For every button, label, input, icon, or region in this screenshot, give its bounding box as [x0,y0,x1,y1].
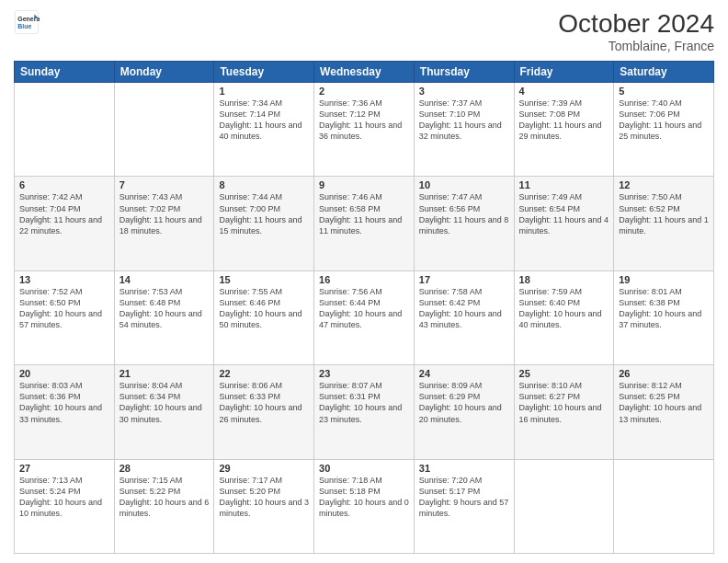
day-number: 31 [419,463,509,474]
day-cell: 29Sunrise: 7:17 AM Sunset: 5:20 PM Dayli… [214,459,314,553]
week-row-3: 13Sunrise: 7:52 AM Sunset: 6:50 PM Dayli… [15,270,714,364]
day-cell: 18Sunrise: 7:59 AM Sunset: 6:40 PM Dayli… [514,270,614,364]
day-cell [514,459,614,553]
day-info: Sunrise: 7:37 AM Sunset: 7:10 PM Dayligh… [419,98,509,143]
logo-icon: General Blue [14,9,40,35]
svg-rect-0 [15,10,38,33]
day-cell: 17Sunrise: 7:58 AM Sunset: 6:42 PM Dayli… [414,270,514,364]
page-title: October 2024 [558,9,714,39]
calendar-table: SundayMondayTuesdayWednesdayThursdayFrid… [14,61,714,554]
day-cell: 31Sunrise: 7:20 AM Sunset: 5:17 PM Dayli… [414,459,514,553]
weekday-header-sunday: Sunday [15,62,115,83]
day-info: Sunrise: 8:03 AM Sunset: 6:36 PM Dayligh… [19,380,109,425]
day-info: Sunrise: 7:53 AM Sunset: 6:48 PM Dayligh… [119,286,210,331]
day-info: Sunrise: 7:58 AM Sunset: 6:42 PM Dayligh… [419,286,509,331]
day-info: Sunrise: 7:34 AM Sunset: 7:14 PM Dayligh… [219,98,309,143]
day-number: 15 [219,274,309,285]
svg-text:Blue: Blue [17,23,31,29]
day-number: 27 [19,463,109,474]
day-info: Sunrise: 7:55 AM Sunset: 6:46 PM Dayligh… [219,286,309,331]
week-row-4: 20Sunrise: 8:03 AM Sunset: 6:36 PM Dayli… [15,365,714,459]
day-info: Sunrise: 7:52 AM Sunset: 6:50 PM Dayligh… [19,286,109,331]
day-number: 8 [219,179,309,190]
day-cell: 4Sunrise: 7:39 AM Sunset: 7:08 PM Daylig… [514,83,614,177]
day-cell: 6Sunrise: 7:42 AM Sunset: 7:04 PM Daylig… [15,177,115,270]
day-number: 1 [219,86,309,97]
day-number: 10 [419,179,509,190]
day-number: 29 [219,463,309,474]
day-info: Sunrise: 7:46 AM Sunset: 6:58 PM Dayligh… [319,191,409,236]
day-cell: 8Sunrise: 7:44 AM Sunset: 7:00 PM Daylig… [214,177,314,270]
logo: General Blue [14,9,40,35]
day-cell [114,83,214,177]
day-cell: 25Sunrise: 8:10 AM Sunset: 6:27 PM Dayli… [514,365,614,459]
day-number: 4 [519,86,609,97]
title-block: October 2024 Tomblaine, France [558,9,714,53]
day-cell: 5Sunrise: 7:40 AM Sunset: 7:06 PM Daylig… [614,83,714,177]
weekday-header-saturday: Saturday [614,62,714,83]
day-number: 30 [319,463,409,474]
day-number: 21 [119,368,210,379]
day-cell: 19Sunrise: 8:01 AM Sunset: 6:38 PM Dayli… [614,270,714,364]
day-info: Sunrise: 7:43 AM Sunset: 7:02 PM Dayligh… [119,191,210,236]
day-cell: 10Sunrise: 7:47 AM Sunset: 6:56 PM Dayli… [414,177,514,270]
day-number: 9 [319,179,409,190]
day-number: 14 [119,274,210,285]
day-number: 6 [19,179,109,190]
day-number: 3 [419,86,509,97]
week-row-2: 6Sunrise: 7:42 AM Sunset: 7:04 PM Daylig… [15,177,714,270]
day-info: Sunrise: 7:42 AM Sunset: 7:04 PM Dayligh… [19,191,109,236]
day-info: Sunrise: 8:09 AM Sunset: 6:29 PM Dayligh… [419,380,509,425]
day-number: 5 [619,86,709,97]
page: General Blue October 2024 Tomblaine, Fra… [0,0,728,563]
day-info: Sunrise: 7:56 AM Sunset: 6:44 PM Dayligh… [319,286,409,331]
day-cell: 22Sunrise: 8:06 AM Sunset: 6:33 PM Dayli… [214,365,314,459]
day-cell: 16Sunrise: 7:56 AM Sunset: 6:44 PM Dayli… [314,270,415,364]
day-info: Sunrise: 7:36 AM Sunset: 7:12 PM Dayligh… [319,98,409,143]
day-cell: 24Sunrise: 8:09 AM Sunset: 6:29 PM Dayli… [414,365,514,459]
day-number: 12 [619,179,709,190]
day-info: Sunrise: 8:10 AM Sunset: 6:27 PM Dayligh… [519,380,609,425]
day-number: 19 [619,274,709,285]
day-cell: 14Sunrise: 7:53 AM Sunset: 6:48 PM Dayli… [114,270,214,364]
day-info: Sunrise: 7:15 AM Sunset: 5:22 PM Dayligh… [119,475,210,520]
day-info: Sunrise: 8:07 AM Sunset: 6:31 PM Dayligh… [319,380,409,425]
day-cell: 28Sunrise: 7:15 AM Sunset: 5:22 PM Dayli… [114,459,214,553]
day-cell: 13Sunrise: 7:52 AM Sunset: 6:50 PM Dayli… [15,270,115,364]
day-cell: 30Sunrise: 7:18 AM Sunset: 5:18 PM Dayli… [314,459,415,553]
day-cell: 11Sunrise: 7:49 AM Sunset: 6:54 PM Dayli… [514,177,614,270]
day-info: Sunrise: 7:40 AM Sunset: 7:06 PM Dayligh… [619,98,709,143]
day-cell: 20Sunrise: 8:03 AM Sunset: 6:36 PM Dayli… [15,365,115,459]
day-cell: 23Sunrise: 8:07 AM Sunset: 6:31 PM Dayli… [314,365,415,459]
day-info: Sunrise: 7:49 AM Sunset: 6:54 PM Dayligh… [519,191,609,236]
day-cell: 3Sunrise: 7:37 AM Sunset: 7:10 PM Daylig… [414,83,514,177]
day-cell: 21Sunrise: 8:04 AM Sunset: 6:34 PM Dayli… [114,365,214,459]
weekday-header-monday: Monday [114,62,214,83]
day-number: 11 [519,179,609,190]
day-number: 13 [19,274,109,285]
week-row-1: 1Sunrise: 7:34 AM Sunset: 7:14 PM Daylig… [15,83,714,177]
day-cell: 26Sunrise: 8:12 AM Sunset: 6:25 PM Dayli… [614,365,714,459]
day-number: 17 [419,274,509,285]
day-cell [614,459,714,553]
day-number: 16 [319,274,409,285]
day-cell [15,83,115,177]
day-number: 28 [119,463,210,474]
day-info: Sunrise: 7:47 AM Sunset: 6:56 PM Dayligh… [419,191,509,236]
day-number: 26 [619,368,709,379]
day-info: Sunrise: 8:06 AM Sunset: 6:33 PM Dayligh… [219,380,309,425]
week-row-5: 27Sunrise: 7:13 AM Sunset: 5:24 PM Dayli… [15,459,714,553]
day-number: 18 [519,274,609,285]
day-info: Sunrise: 7:44 AM Sunset: 7:00 PM Dayligh… [219,191,309,236]
day-number: 7 [119,179,210,190]
day-cell: 15Sunrise: 7:55 AM Sunset: 6:46 PM Dayli… [214,270,314,364]
day-info: Sunrise: 8:12 AM Sunset: 6:25 PM Dayligh… [619,380,709,425]
day-info: Sunrise: 7:18 AM Sunset: 5:18 PM Dayligh… [319,475,409,520]
day-number: 2 [319,86,409,97]
weekday-header-row: SundayMondayTuesdayWednesdayThursdayFrid… [15,62,714,83]
header: General Blue October 2024 Tomblaine, Fra… [14,9,714,53]
day-cell: 1Sunrise: 7:34 AM Sunset: 7:14 PM Daylig… [214,83,314,177]
day-info: Sunrise: 7:20 AM Sunset: 5:17 PM Dayligh… [419,475,509,520]
day-cell: 9Sunrise: 7:46 AM Sunset: 6:58 PM Daylig… [314,177,415,270]
day-cell: 27Sunrise: 7:13 AM Sunset: 5:24 PM Dayli… [15,459,115,553]
